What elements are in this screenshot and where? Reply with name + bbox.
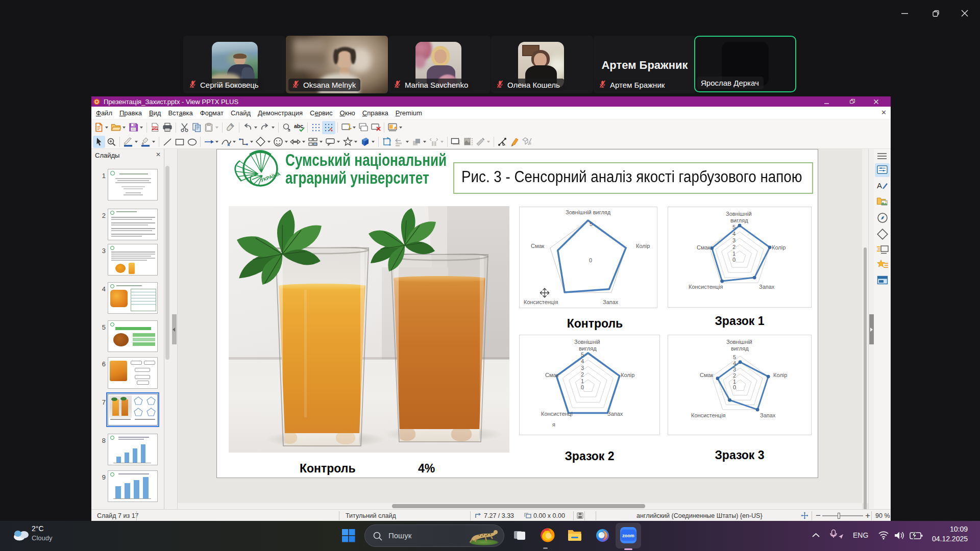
svg-text:zoom: zoom — [622, 533, 634, 538]
svg-text:abc: abc — [294, 123, 303, 129]
svg-text:PDF: PDF — [152, 127, 158, 130]
svg-text:d: d — [288, 128, 290, 133]
svg-text:А: А — [877, 181, 882, 190]
